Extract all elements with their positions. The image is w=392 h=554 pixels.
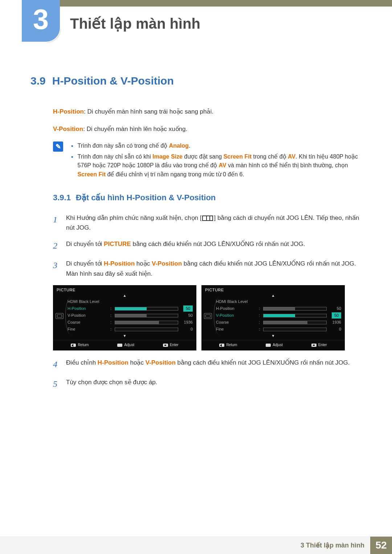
note-item: • Trình đơn này sẵn có trong chế độ Anal… — [71, 141, 359, 151]
term-h-position: H-Position — [53, 108, 84, 115]
osd-panel-hpos: PICTURE ▲ HDMI Black Level H-Position:50… — [53, 285, 196, 351]
arrow-down-icon: ▼ — [53, 334, 196, 338]
step-3: 3 Di chuyển tới H-Position hoặc V-Positi… — [53, 259, 359, 278]
osd-footer-return: Return — [71, 342, 89, 348]
step-1: 1 Khi Hướng dẫn phím chức năng xuất hiện… — [53, 213, 359, 233]
arrow-down-icon: ▼ — [201, 334, 345, 338]
definition-h: H-Position: Di chuyển màn hình sang trái… — [53, 107, 359, 116]
osd-category-icon — [53, 297, 66, 334]
subsection-title: Đặt cấu hình H-Position & V-Position — [76, 192, 216, 204]
note-icon: ✎ — [53, 141, 63, 152]
section-heading: 3.9 H-Position & V-Position — [30, 73, 359, 89]
step-5: 5 Tùy chọn được chọn sẽ được áp. — [53, 377, 359, 390]
osd-category-icon — [201, 297, 215, 334]
osd-footer-return: Return — [219, 342, 237, 348]
chapter-badge: 3 — [22, 0, 60, 42]
step-number: 5 — [53, 377, 60, 390]
footer-label: 3 Thiết lập màn hình — [0, 537, 370, 554]
step-number: 4 — [53, 358, 60, 371]
subsection-number: 3.9.1 — [53, 192, 71, 204]
page-number: 52 — [370, 537, 392, 554]
osd-title: PICTURE — [201, 285, 345, 294]
step-2: 2 Di chuyển tới PICTURE bằng cách điều k… — [53, 239, 359, 252]
bullet-icon: • — [71, 141, 73, 151]
note-item: • Trình đơn này chỉ sẵn có khi Image Siz… — [71, 152, 359, 179]
step-number: 3 — [53, 259, 60, 278]
section-title: H-Position & V-Position — [52, 73, 174, 89]
osd-screenshots: PICTURE ▲ HDMI Black Level H-Position:50… — [53, 285, 359, 351]
term-v-position: V-Position — [53, 126, 83, 132]
section-number: 3.9 — [30, 73, 46, 89]
osd-footer-enter: Enter — [163, 342, 179, 348]
step-number: 2 — [53, 239, 60, 252]
subsection-heading: 3.9.1 Đặt cấu hình H-Position & V-Positi… — [53, 192, 359, 204]
step-number: 1 — [53, 213, 60, 233]
step-4: 4 Điều chỉnh H-Position hoặc V-Position … — [53, 358, 359, 371]
osd-footer-enter: Enter — [311, 342, 327, 348]
chapter-title: Thiết lập màn hình — [70, 13, 200, 34]
chapter-header: 3 Thiết lập màn hình — [0, 0, 392, 42]
definition-v: V-Position: Di chuyển màn hình lên hoặc … — [53, 124, 359, 134]
page-footer: 3 Thiết lập màn hình 52 — [0, 537, 392, 554]
osd-title: PICTURE — [53, 285, 196, 294]
osd-footer-adjust: Adjust — [266, 342, 283, 348]
bullet-icon: • — [71, 152, 73, 179]
osd-panel-vpos: PICTURE ▲ HDMI Black Level H-Position:50… — [201, 285, 345, 351]
arrow-up-icon: ▲ — [201, 294, 345, 297]
menu-icon — [202, 216, 213, 221]
osd-footer-adjust: Adjust — [117, 342, 134, 348]
arrow-up-icon: ▲ — [53, 294, 196, 297]
note-block: ✎ • Trình đơn này sẵn có trong chế độ An… — [53, 141, 359, 181]
